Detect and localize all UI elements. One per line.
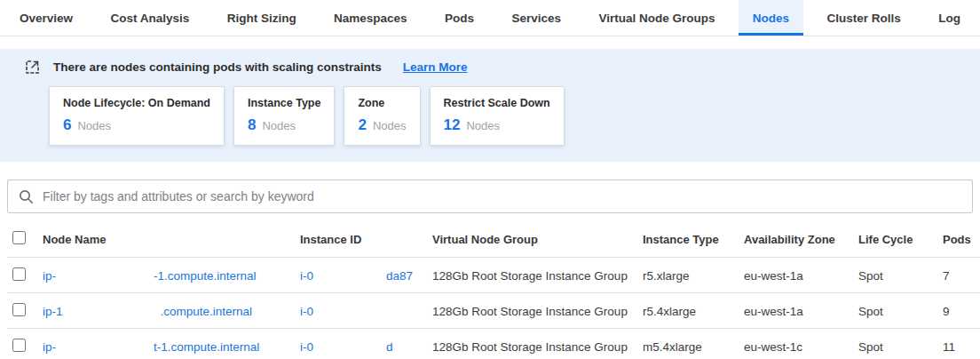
tab-services[interactable]: Services: [497, 0, 575, 36]
life-cycle-cell: Spot: [858, 305, 943, 318]
node-name-cell: ip-1.compute.internal: [43, 305, 300, 318]
filter-bar: [7, 180, 973, 213]
node-name-cell: ip--1.compute.internal: [43, 269, 300, 283]
card-instance-type[interactable]: Instance Type 8 Nodes: [233, 86, 335, 146]
node-name-link[interactable]: ip-: [43, 340, 56, 354]
card-title: Instance Type: [248, 97, 320, 109]
virtual-node-group-cell: 128Gb Root Storage Instance Group: [432, 340, 643, 354]
instance-id-link[interactable]: i-0: [300, 269, 313, 283]
search-icon: [19, 189, 34, 204]
card-restrict-scale-down[interactable]: Restrict Scale Down 12 Nodes: [430, 86, 565, 146]
node-name-cell: ip-t-1.compute.internal: [43, 340, 300, 354]
availability-zone-cell: eu-west-1c: [744, 340, 858, 354]
card-count: 8: [248, 116, 256, 134]
card-count: 2: [358, 116, 366, 134]
card-title: Node Lifecycle: On Demand: [63, 97, 210, 109]
life-cycle-cell: Spot: [858, 340, 943, 354]
node-name-link[interactable]: ip-: [43, 269, 56, 283]
card-count: 12: [444, 116, 461, 134]
card-unit: Nodes: [373, 119, 407, 132]
virtual-node-group-cell: 128Gb Root Storage Instance Group: [432, 305, 643, 318]
constraint-cards: Node Lifecycle: On Demand 6 Nodes Instan…: [49, 86, 980, 146]
table-row: ip-1.compute.internal i-0 128Gb Root Sto…: [0, 293, 980, 329]
availability-zone-cell: eu-west-1a: [744, 305, 858, 318]
tab-cluster-rolls[interactable]: Cluster Rolls: [813, 0, 915, 36]
col-availability-zone: Availability Zone: [744, 233, 858, 246]
node-name-link[interactable]: -1.compute.internal: [154, 269, 257, 283]
card-title: Zone: [358, 97, 406, 109]
instance-id-cell: i-0: [300, 305, 432, 318]
col-pods: Pods: [943, 233, 980, 246]
select-all-checkbox[interactable]: [12, 231, 26, 244]
pods-cell: 7: [943, 269, 980, 283]
instance-id-cell: i-0da87: [300, 269, 432, 283]
scale-constraint-icon: [24, 59, 41, 76]
tab-nodes[interactable]: Nodes: [739, 0, 803, 36]
life-cycle-cell: Spot: [858, 269, 943, 283]
node-name-link[interactable]: ip-1: [43, 305, 63, 318]
card-unit: Nodes: [466, 119, 500, 132]
tab-pods[interactable]: Pods: [431, 0, 488, 36]
availability-zone-cell: eu-west-1a: [744, 269, 858, 283]
row-checkbox[interactable]: [12, 303, 26, 316]
card-node-lifecycle[interactable]: Node Lifecycle: On Demand 6 Nodes: [49, 86, 225, 146]
instance-id-link[interactable]: i-0: [300, 305, 313, 318]
banner-message: There are nodes containing pods with sca…: [53, 60, 382, 74]
table-row: ip-t-1.compute.internal i-0d 128Gb Root …: [0, 329, 980, 359]
card-unit: Nodes: [262, 119, 296, 132]
table-header-row: Node Name Instance ID Virtual Node Group…: [0, 220, 980, 258]
instance-id-link[interactable]: i-0: [300, 340, 313, 354]
card-unit: Nodes: [77, 119, 111, 132]
filter-input[interactable]: [43, 189, 961, 203]
row-checkbox[interactable]: [12, 339, 26, 352]
card-count: 6: [63, 116, 71, 134]
instance-type-cell: m5.4xlarge: [643, 340, 744, 354]
virtual-node-group-cell: 128Gb Root Storage Instance Group: [432, 269, 643, 283]
card-zone[interactable]: Zone 2 Nodes: [344, 86, 420, 146]
instance-id-link[interactable]: d: [386, 340, 393, 354]
tab-overview[interactable]: Overview: [5, 0, 87, 36]
instance-id-link[interactable]: da87: [386, 269, 413, 283]
col-instance-type: Instance Type: [643, 233, 744, 246]
tab-namespaces[interactable]: Namespaces: [320, 0, 422, 36]
tab-virtual-node-groups[interactable]: Virtual Node Groups: [584, 0, 729, 36]
col-instance-id: Instance ID: [300, 233, 432, 246]
tab-cost-analysis[interactable]: Cost Analysis: [96, 0, 203, 36]
col-life-cycle: Life Cycle: [858, 233, 943, 246]
scaling-constraints-banner: There are nodes containing pods with sca…: [0, 49, 980, 162]
instance-type-cell: r5.4xlarge: [643, 305, 744, 318]
cluster-tab-bar: Overview Cost Analysis Right Sizing Name…: [0, 0, 980, 36]
instance-id-cell: i-0d: [300, 340, 432, 354]
node-name-link[interactable]: t-1.compute.internal: [154, 340, 259, 354]
col-node-name: Node Name: [43, 233, 300, 246]
card-title: Restrict Scale Down: [444, 97, 550, 109]
instance-type-cell: r5.xlarge: [643, 269, 744, 283]
tab-log[interactable]: Log: [924, 0, 975, 36]
pods-cell: 9: [943, 305, 980, 318]
learn-more-link[interactable]: Learn More: [403, 60, 468, 74]
tab-right-sizing[interactable]: Right Sizing: [213, 0, 311, 36]
node-name-link[interactable]: .compute.internal: [161, 305, 253, 318]
pods-cell: 11: [943, 340, 980, 354]
row-checkbox[interactable]: [12, 267, 26, 281]
col-virtual-node-group: Virtual Node Group: [432, 233, 643, 246]
nodes-table: Node Name Instance ID Virtual Node Group…: [0, 220, 980, 359]
table-row: ip--1.compute.internal i-0da87 128Gb Roo…: [0, 258, 980, 293]
